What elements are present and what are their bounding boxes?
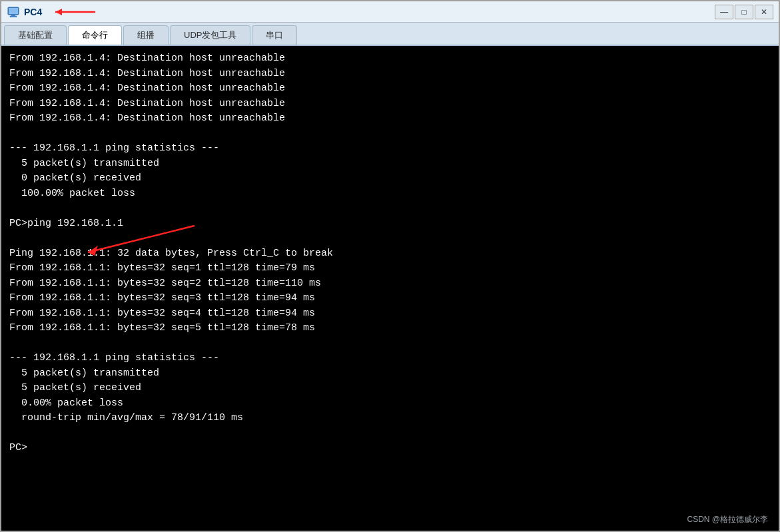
tab-basic-config[interactable]: 基础配置: [4, 25, 67, 45]
tab-udp-tool[interactable]: UDP发包工具: [170, 25, 250, 45]
pc-icon: [7, 5, 20, 19]
title-left: PC4: [7, 2, 102, 22]
main-window: PC4 — □ ✕ 基础配置 命令行 组播 UDP发包工具 串口 From 19…: [0, 0, 780, 532]
svg-rect-1: [11, 15, 15, 16]
title-bar: PC4 — □ ✕: [1, 1, 779, 23]
tab-serial[interactable]: 串口: [252, 25, 297, 45]
maximize-button[interactable]: □: [735, 5, 753, 19]
svg-rect-3: [9, 8, 18, 14]
tab-command-line[interactable]: 命令行: [68, 25, 122, 45]
tab-multicast[interactable]: 组播: [123, 25, 169, 45]
terminal-output: From 192.168.1.4: Destination host unrea…: [9, 51, 771, 456]
svg-rect-2: [10, 16, 17, 17]
minimize-button[interactable]: —: [715, 5, 733, 19]
window-controls: — □ ✕: [715, 5, 773, 19]
terminal-content[interactable]: From 192.168.1.4: Destination host unrea…: [9, 51, 771, 525]
svg-marker-5: [55, 9, 62, 15]
terminal-container[interactable]: From 192.168.1.4: Destination host unrea…: [1, 46, 779, 531]
tab-bar: 基础配置 命令行 组播 UDP发包工具 串口: [1, 23, 779, 46]
title-arrow-annotation: [49, 2, 102, 22]
watermark: CSDN @格拉德威尔李: [687, 514, 768, 525]
window-title: PC4: [24, 7, 42, 17]
close-button[interactable]: ✕: [755, 5, 773, 19]
